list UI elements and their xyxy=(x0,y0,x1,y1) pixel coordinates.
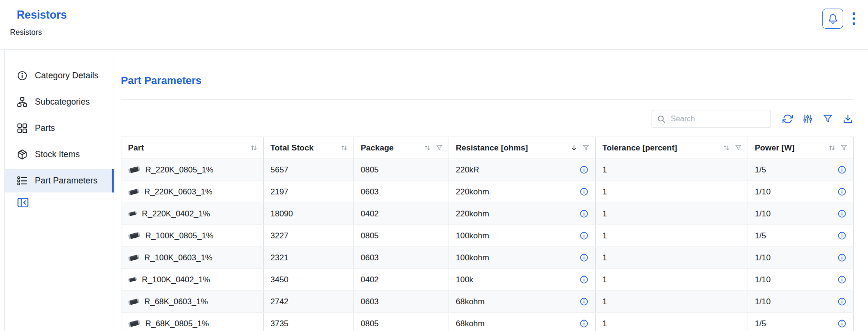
package-value: 0805 xyxy=(361,231,379,240)
tolerance-cell: 1 xyxy=(596,247,748,269)
tolerance-value: 1 xyxy=(602,275,607,284)
tolerance-cell: 1 xyxy=(596,203,748,225)
sort-icon[interactable] xyxy=(424,144,431,151)
table-row[interactable]: R_100K_0402_1% 3450 0402 100k 1 1/10 xyxy=(121,269,854,291)
total-stock-value: 3450 xyxy=(270,275,289,284)
download-icon xyxy=(843,114,853,124)
part-cell: R_100K_0402_1% xyxy=(121,269,264,291)
package-cell: 0805 xyxy=(354,313,449,331)
sort-icon[interactable] xyxy=(341,144,348,151)
power-cell: 1/5 xyxy=(748,159,854,181)
total-stock-cell: 3735 xyxy=(264,313,354,331)
filter-button[interactable] xyxy=(822,113,834,125)
info-icon[interactable] xyxy=(837,275,847,284)
sidebar-item-stock-items[interactable]: Stock Items xyxy=(5,143,114,166)
breadcrumb[interactable]: Resistors xyxy=(10,28,67,37)
resistance-value: 220kR xyxy=(456,165,479,175)
content-area: Category Details Subcategories Parts Sto… xyxy=(4,50,868,331)
refresh-button[interactable] xyxy=(782,113,793,125)
resistance-value: 100kohm xyxy=(456,231,489,241)
info-icon[interactable] xyxy=(579,297,589,306)
resistance-value: 100k xyxy=(456,275,473,285)
column-header-tolerance[interactable]: Tolerance [percent] xyxy=(596,137,748,159)
search-input[interactable] xyxy=(670,114,766,124)
column-label: Part xyxy=(128,143,144,153)
sidebar-item-label: Stock Items xyxy=(35,149,80,160)
part-cell: R_100K_0805_1% xyxy=(121,225,264,247)
sidebar-collapse-button[interactable] xyxy=(17,196,29,209)
table-row[interactable]: R_68K_0805_1% 3735 0805 68kohm 1 1/5 xyxy=(121,313,854,331)
part-cell: R_68K_0805_1% xyxy=(121,313,264,331)
table-row[interactable]: R_68K_0603_1% 2742 0603 68kohm 1 1/10 xyxy=(121,291,854,313)
filter-icon[interactable] xyxy=(436,144,443,151)
info-icon[interactable] xyxy=(837,165,847,174)
filter-icon[interactable] xyxy=(735,144,742,151)
info-icon[interactable] xyxy=(579,187,589,196)
column-label: Resistance [ohms] xyxy=(456,143,528,153)
resistance-value: 220kohm xyxy=(456,187,489,197)
search-box xyxy=(652,110,771,128)
info-icon[interactable] xyxy=(579,275,589,284)
table-row[interactable]: R_100K_0805_1% 3227 0805 100kohm 1 1/5 xyxy=(121,225,854,247)
total-stock-value: 18090 xyxy=(270,209,293,218)
info-icon[interactable] xyxy=(579,231,589,240)
info-icon[interactable] xyxy=(579,165,589,174)
notifications-button[interactable] xyxy=(822,9,843,29)
column-header-resistance[interactable]: Resistance [ohms] xyxy=(449,137,596,159)
package-cell: 0603 xyxy=(354,181,449,203)
sort-icon[interactable] xyxy=(723,144,730,151)
sidebar-item-category-details[interactable]: Category Details xyxy=(5,64,114,87)
column-header-package[interactable]: Package xyxy=(354,137,449,159)
column-settings-button[interactable] xyxy=(802,113,814,125)
column-header-power[interactable]: Power [W] xyxy=(748,137,854,159)
sidebar-item-part-parameters[interactable]: Part Parameters xyxy=(5,169,114,192)
power-value: 1/10 xyxy=(755,275,771,285)
info-icon[interactable] xyxy=(837,319,847,328)
column-header-total-stock[interactable]: Total Stock xyxy=(264,137,354,159)
info-icon[interactable] xyxy=(837,231,847,240)
resistance-value: 68kohm xyxy=(456,297,484,307)
sort-icon[interactable] xyxy=(828,144,836,151)
overflow-menu-button[interactable] xyxy=(851,9,857,27)
download-button[interactable] xyxy=(842,113,854,125)
sidebar-item-parts[interactable]: Parts xyxy=(5,117,114,140)
filter-icon[interactable] xyxy=(582,144,589,151)
table-row[interactable]: R_220K_0603_1% 2197 0603 220kohm 1 1/10 xyxy=(121,181,854,203)
power-value: 1/10 xyxy=(755,187,771,197)
sidebar: Category Details Subcategories Parts Sto… xyxy=(5,50,114,331)
part-thumbnail-icon xyxy=(128,253,140,262)
sidebar-item-subcategories[interactable]: Subcategories xyxy=(5,90,114,114)
info-icon[interactable] xyxy=(579,253,589,262)
part-name: R_100K_0402_1% xyxy=(142,275,210,285)
sort-desc-icon[interactable] xyxy=(570,144,578,151)
info-icon[interactable] xyxy=(579,319,589,328)
power-value: 1/5 xyxy=(755,319,766,329)
resistance-cell: 220kR xyxy=(449,159,596,181)
topbar-actions xyxy=(822,0,868,49)
table-row[interactable]: R_220K_0805_1% 5657 0805 220kR 1 1/5 xyxy=(121,159,854,181)
part-cell: R_100K_0603_1% xyxy=(121,247,264,269)
table-row[interactable]: R_220K_0402_1% 18090 0402 220kohm 1 1/10 xyxy=(121,203,854,225)
table-row[interactable]: R_100K_0603_1% 2321 0603 100kohm 1 1/10 xyxy=(121,247,854,269)
info-icon[interactable] xyxy=(837,253,847,262)
info-icon[interactable] xyxy=(837,187,847,196)
column-label: Tolerance [percent] xyxy=(602,143,677,153)
resistance-value: 100kohm xyxy=(456,253,489,263)
sort-icon[interactable] xyxy=(250,144,257,151)
info-icon[interactable] xyxy=(837,297,847,306)
power-cell: 1/10 xyxy=(748,247,854,269)
info-icon[interactable] xyxy=(837,209,847,218)
part-cell: R_220K_0805_1% xyxy=(121,159,264,181)
column-header-part[interactable]: Part xyxy=(121,137,264,159)
filter-icon xyxy=(823,114,833,124)
filter-icon[interactable] xyxy=(840,144,847,151)
power-cell: 1/10 xyxy=(748,181,854,203)
power-value: 1/5 xyxy=(755,231,766,241)
total-stock-value: 3735 xyxy=(270,319,289,328)
power-cell: 1/10 xyxy=(748,291,854,313)
power-value: 1/10 xyxy=(755,253,771,263)
grid-icon xyxy=(17,123,28,134)
parameters-table: Part Total Stock xyxy=(121,137,854,331)
tolerance-cell: 1 xyxy=(596,291,748,313)
info-icon[interactable] xyxy=(579,209,589,218)
